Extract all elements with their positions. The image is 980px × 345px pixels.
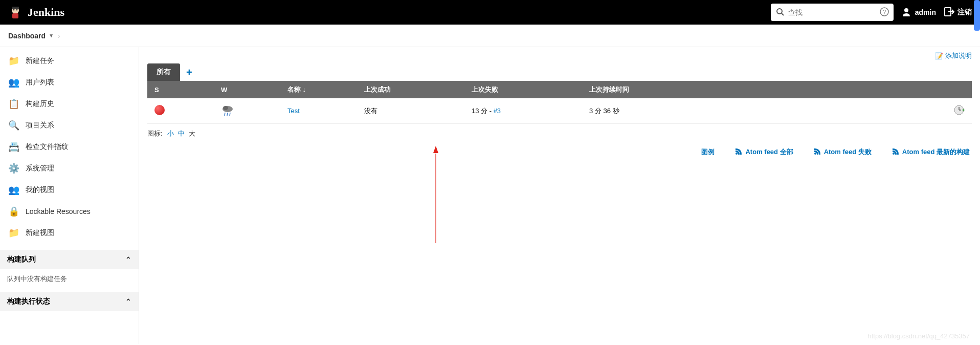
atom-latest-label: Atom feed 最新的构建 — [902, 147, 970, 157]
caret-down-icon: ▼ — [49, 33, 54, 38]
logout-link[interactable]: 注销 — [944, 7, 972, 18]
breadcrumb-label: Dashboard — [8, 32, 46, 40]
icon-size-label: 图标: — [147, 130, 163, 137]
icon-size-row: 图标: 小 中 大 — [147, 124, 972, 143]
logo-area[interactable]: Jenkins — [8, 5, 64, 19]
svg-rect-1 — [12, 13, 18, 18]
relationship-icon: 🔍 — [8, 120, 19, 131]
sidebar-item-label: 系统管理 — [26, 164, 54, 173]
tab-label: 所有 — [157, 68, 171, 76]
build-queue-empty: 队列中没有构建任务 — [0, 269, 139, 289]
icon-size-medium[interactable]: 中 — [178, 130, 185, 137]
sidebar-item-my-views[interactable]: 👥我的视图 — [0, 179, 139, 201]
content: 📝 添加说明 所有 + S W 名称 ↓ 上次成功 上次失败 上次持续时间 — [139, 47, 980, 344]
header: Jenkins ? admin 注销 — [0, 0, 980, 25]
help-icon[interactable]: ? — [880, 7, 889, 18]
sidebar-tasks: 📁新建任务 👥用户列表 📋构建历史 🔍项目关系 📇检查文件指纹 ⚙️系统管理 👥… — [0, 47, 139, 247]
chevron-up-icon: ⌃ — [125, 297, 131, 306]
atom-latest-link[interactable]: Atom feed 最新的构建 — [892, 147, 970, 157]
last-success-value: 没有 — [364, 107, 377, 115]
sidebar-item-label: 新建任务 — [26, 56, 54, 66]
breadcrumb-separator: › — [58, 32, 60, 40]
svg-line-15 — [227, 113, 228, 116]
col-last-failure[interactable]: 上次失败 — [464, 81, 582, 98]
legend-label: 图例 — [701, 147, 715, 157]
chevron-up-icon: ⌃ — [125, 255, 131, 264]
sidebar-item-label: 构建历史 — [26, 99, 54, 109]
atom-all-label: Atom feed 全部 — [745, 147, 793, 157]
col-status[interactable]: S — [147, 81, 214, 98]
search-icon — [776, 8, 784, 17]
atom-fail-label: Atom feed 失败 — [824, 147, 872, 157]
sidebar-item-label: 用户列表 — [26, 78, 54, 87]
svg-point-5 — [777, 9, 782, 14]
scrollbar-thumb[interactable] — [974, 0, 980, 31]
icon-size-large: 大 — [189, 130, 195, 137]
atom-fail-link[interactable]: Atom feed 失败 — [814, 147, 872, 157]
tab-add[interactable]: + — [180, 67, 198, 78]
schedule-build-icon[interactable] — [953, 104, 965, 116]
sidebar-item-new-view[interactable]: 📁新建视图 — [0, 222, 139, 244]
history-icon: 📋 — [8, 98, 19, 110]
sidebar-item-people[interactable]: 👥用户列表 — [0, 72, 139, 93]
sidebar-item-label: 检查文件指纹 — [26, 142, 69, 152]
my-views-icon: 👥 — [8, 184, 19, 196]
jobs-table: S W 名称 ↓ 上次成功 上次失败 上次持续时间 Test 没有 13 分 -… — [147, 81, 972, 124]
rss-icon — [814, 148, 821, 157]
user-icon — [902, 7, 911, 18]
legend-link[interactable]: 图例 — [701, 147, 715, 157]
sidebar-item-new-item[interactable]: 📁新建任务 — [0, 50, 139, 72]
build-queue-section[interactable]: 构建队列 ⌃ — [0, 250, 139, 269]
sidebar-item-build-history[interactable]: 📋构建历史 — [0, 93, 139, 115]
lock-icon: 🔒 — [8, 206, 19, 217]
sidebar-item-label: 新建视图 — [26, 228, 54, 238]
executor-title: 构建执行状态 — [7, 297, 50, 306]
table-row: Test 没有 13 分 - #3 3 分 36 秒 — [147, 98, 972, 124]
svg-point-21 — [736, 153, 738, 155]
sidebar-item-label: 项目关系 — [26, 121, 54, 130]
sidebar-item-manage[interactable]: ⚙️系统管理 — [0, 158, 139, 179]
user-link[interactable]: admin — [902, 7, 936, 18]
sidebar: 📁新建任务 👥用户列表 📋构建历史 🔍项目关系 📇检查文件指纹 ⚙️系统管理 👥… — [0, 47, 139, 344]
svg-point-22 — [814, 153, 816, 155]
job-name-link[interactable]: Test — [287, 107, 300, 115]
plus-icon: + — [186, 67, 192, 78]
sidebar-item-project-relationship[interactable]: 🔍项目关系 — [0, 115, 139, 136]
logout-icon — [944, 7, 954, 18]
sidebar-item-label: 我的视图 — [26, 185, 54, 195]
col-weather[interactable]: W — [214, 81, 280, 98]
rss-icon — [892, 148, 899, 157]
col-name[interactable]: 名称 ↓ — [280, 81, 357, 98]
user-name: admin — [915, 8, 936, 16]
tab-all[interactable]: 所有 — [147, 63, 180, 81]
col-duration[interactable]: 上次持续时间 — [582, 81, 926, 98]
people-icon: 👥 — [8, 77, 19, 88]
search-box[interactable]: ? — [771, 4, 894, 21]
sidebar-item-fingerprint[interactable]: 📇检查文件指纹 — [0, 136, 139, 158]
status-ball-red-icon — [154, 105, 165, 115]
add-desc-label: 添加说明 — [945, 51, 972, 60]
svg-line-6 — [782, 13, 784, 15]
col-build — [926, 81, 972, 98]
sidebar-item-lockable[interactable]: 🔒Lockable Resources — [0, 201, 139, 222]
breadcrumb-item[interactable]: Dashboard ▼ — [8, 32, 54, 40]
svg-line-16 — [230, 113, 230, 116]
last-failure-build-link[interactable]: #3 — [494, 107, 501, 115]
executor-section[interactable]: 构建执行状态 ⌃ — [0, 292, 139, 311]
add-description-link[interactable]: 📝 添加说明 — [935, 51, 972, 60]
svg-text:?: ? — [883, 9, 886, 15]
build-queue-title: 构建队列 — [7, 255, 36, 264]
col-last-success[interactable]: 上次成功 — [357, 81, 464, 98]
breadcrumbs: Dashboard ▼ › — [0, 25, 980, 47]
svg-point-13 — [223, 106, 228, 110]
logo-text: Jenkins — [28, 6, 64, 19]
fingerprint-icon: 📇 — [8, 141, 19, 153]
svg-point-9 — [904, 8, 908, 12]
svg-point-2 — [13, 9, 15, 11]
svg-point-3 — [16, 9, 18, 11]
icon-size-small[interactable]: 小 — [167, 130, 174, 137]
duration-value: 3 分 36 秒 — [589, 107, 619, 115]
folder-icon: 📁 — [8, 227, 19, 239]
search-input[interactable] — [788, 8, 878, 16]
atom-all-link[interactable]: Atom feed 全部 — [735, 147, 793, 157]
